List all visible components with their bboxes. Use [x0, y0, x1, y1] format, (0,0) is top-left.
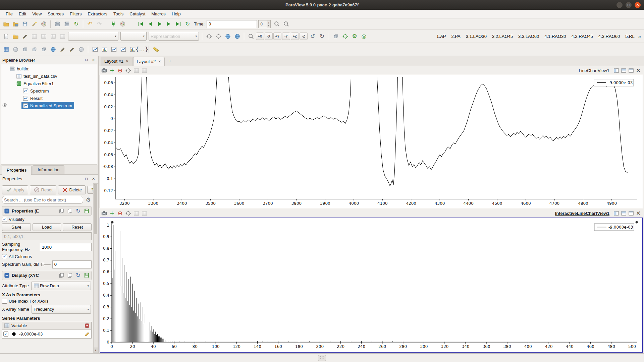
representation-dropdown[interactable]: Representation▾: [149, 32, 199, 41]
pipeline-item-normalized-spectrum[interactable]: Normalized Spectrum: [1, 102, 97, 109]
use-index-checkbox[interactable]: [2, 299, 7, 304]
interactive-chart-canvas[interactable]: 0204060801001201401601802002202402602803…: [100, 218, 643, 353]
spectrum-gain-input[interactable]: [52, 260, 92, 268]
select-chart-region-button[interactable]: [124, 67, 132, 74]
disconnect-server-button[interactable]: [62, 20, 71, 28]
view-plus-y-button[interactable]: +Y: [273, 33, 281, 40]
python-view-button[interactable]: {…}: [138, 45, 146, 54]
collapse-display-icon[interactable]: [4, 272, 10, 279]
save-defaults-icon[interactable]: [83, 207, 90, 214]
capture-view-button[interactable]: [100, 209, 108, 217]
search-input[interactable]: [2, 196, 83, 204]
reset-camera-button[interactable]: [223, 32, 232, 41]
menu-macros[interactable]: Macros: [148, 10, 169, 18]
load-palette-button[interactable]: [118, 20, 127, 28]
plot-selection-button[interactable]: [109, 45, 118, 54]
remove-chart-item-button[interactable]: ⊖: [116, 67, 124, 74]
x-array-name-dropdown[interactable]: Frequency ▾: [32, 305, 91, 314]
pipeline-item-equalizerfilter1[interactable]: EqualizerFilter1: [1, 80, 97, 87]
line-chart-canvas[interactable]: 3200330034003500360037003800390040004100…: [100, 75, 643, 208]
maximize-button[interactable]: □: [626, 2, 632, 8]
menu-edit[interactable]: Edit: [16, 10, 29, 18]
line-chart-button[interactable]: [91, 45, 99, 54]
zoom-to-box-small-button[interactable]: [247, 32, 255, 41]
menu-view[interactable]: View: [29, 10, 45, 18]
reset-button[interactable]: Reset: [30, 185, 56, 194]
capture-view-button[interactable]: [100, 67, 108, 74]
pipeline-item-result[interactable]: Result: [1, 95, 97, 102]
reset-range-button[interactable]: [20, 45, 29, 54]
edit-series-icon[interactable]: [84, 330, 90, 337]
copy-properties-icon[interactable]: [58, 207, 65, 214]
close-tab-icon[interactable]: ✕: [126, 59, 128, 63]
save-data-button[interactable]: [20, 20, 29, 28]
spreadsheet-c-button[interactable]: [49, 32, 57, 41]
view-minus-y-button[interactable]: -Y: [282, 33, 290, 40]
interactive-chart-svg[interactable]: 0204060801001201401601802002202402602803…: [100, 218, 641, 351]
properties-scrollbar[interactable]: ▾: [93, 183, 98, 353]
reset-properties-icon[interactable]: ↻: [75, 207, 82, 214]
previous-frame-button[interactable]: [146, 20, 154, 28]
spin-down-icon[interactable]: ▾: [267, 24, 270, 27]
delete-button[interactable]: Delete: [58, 185, 86, 194]
camera-preset-3-1-lao30[interactable]: 3.1.LAO30: [464, 33, 489, 40]
spreadsheet-a-button[interactable]: [30, 32, 39, 41]
menu-help[interactable]: Help: [169, 10, 184, 18]
select-chart-region-button[interactable]: [124, 209, 132, 217]
loop-button[interactable]: ↻: [183, 20, 192, 28]
menu-extractors[interactable]: Extractors: [85, 10, 110, 18]
camera-preset-2-pa[interactable]: 2.PA: [449, 33, 463, 40]
edit-color-map-button[interactable]: [39, 20, 48, 28]
split-vertical-button[interactable]: [620, 67, 627, 74]
center-on-data-button[interactable]: ◎: [360, 32, 368, 41]
load-points-button[interactable]: Load: [33, 223, 61, 231]
apply-button[interactable]: Apply: [2, 185, 28, 194]
camera-preset-4-2-rao45[interactable]: 4.2.RAO45: [569, 33, 595, 40]
split-horizontal-button[interactable]: [613, 210, 620, 217]
paste-display-icon[interactable]: [66, 272, 73, 279]
clip-filter-button[interactable]: [58, 45, 67, 54]
component-selector-dropdown[interactable]: ▾: [120, 32, 147, 41]
export-chart-button[interactable]: [141, 67, 148, 74]
visibility-eye-slot[interactable]: [1, 102, 8, 109]
redo-button[interactable]: ↷: [95, 20, 104, 28]
view-minus-z-button[interactable]: -Z: [300, 33, 308, 40]
rescale-data-range-button[interactable]: [205, 32, 213, 41]
rotate-90-ccw-button[interactable]: ↺: [308, 32, 317, 41]
menu-catalyst[interactable]: Catalyst: [126, 10, 148, 18]
edit-color-map-small-button[interactable]: [11, 45, 20, 54]
scrollbar-thumb[interactable]: [94, 184, 97, 234]
spectrum-gain-slider[interactable]: [41, 262, 51, 267]
time-index-input[interactable]: [258, 20, 267, 28]
export-chart-button[interactable]: [141, 209, 148, 217]
first-frame-button[interactable]: [136, 20, 145, 28]
view-plus-x-button[interactable]: +X: [256, 33, 264, 40]
zoom-to-data-button[interactable]: [282, 20, 291, 28]
reset-session-button[interactable]: ↻: [72, 20, 80, 28]
save-display-defaults-icon[interactable]: [83, 272, 90, 279]
close-tab-icon[interactable]: ✕: [158, 60, 161, 63]
menu-file[interactable]: File: [3, 10, 16, 18]
all-columns-checkbox[interactable]: ✓: [2, 254, 7, 259]
close-button[interactable]: ✕: [635, 2, 641, 8]
series-visibility-checkbox[interactable]: ✓: [3, 331, 8, 337]
save-state-button[interactable]: [11, 20, 20, 28]
zoom-closest-button[interactable]: [233, 32, 241, 41]
view-plus-z-button[interactable]: +Z: [291, 33, 299, 40]
series-table-row[interactable]: ✓ -9.0000e-03: [2, 330, 91, 338]
camera-preset-3-3-lao60[interactable]: 3.3.LAO60: [516, 33, 541, 40]
pipeline-item-builtin-[interactable]: builtin:: [1, 65, 97, 72]
splash-button[interactable]: [2, 32, 10, 41]
time-input[interactable]: [207, 20, 257, 28]
spreadsheet-b-button[interactable]: [39, 32, 48, 41]
series-color-swatch[interactable]: [10, 330, 17, 337]
save-points-button[interactable]: Save: [2, 223, 31, 231]
open-recent-button[interactable]: [11, 32, 20, 41]
color-legend-button[interactable]: [2, 45, 10, 54]
plot-over-time-button[interactable]: [119, 45, 127, 54]
tab-information[interactable]: Information: [33, 165, 64, 174]
refresh-series-icon[interactable]: [84, 322, 90, 329]
layout-tab-2[interactable]: Layout #2✕: [133, 57, 165, 66]
close-view-button[interactable]: ✕: [635, 210, 642, 217]
threshold-filter-button[interactable]: [77, 45, 86, 54]
